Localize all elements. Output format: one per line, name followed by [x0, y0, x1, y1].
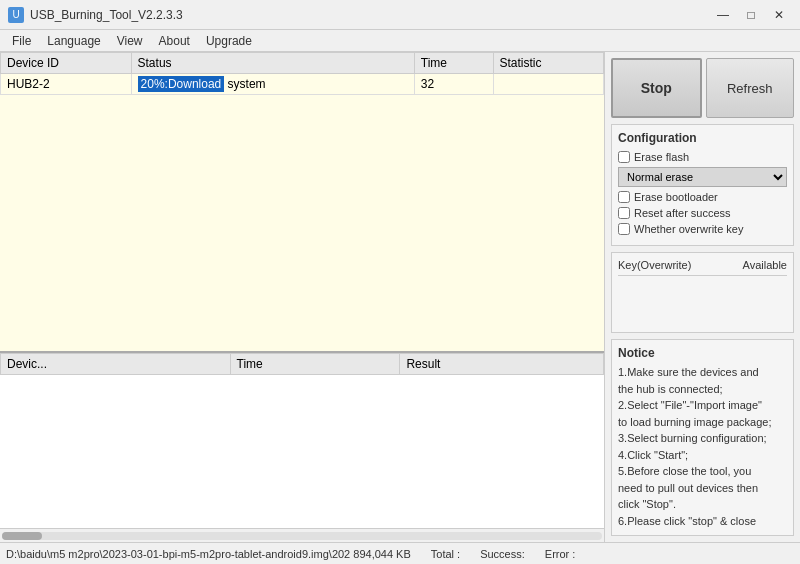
menu-view[interactable]: View [109, 32, 151, 50]
table-row: HUB2-2 20%:Download system 32 [1, 74, 604, 95]
erase-flash-row: Erase flash [618, 151, 787, 163]
title-bar-controls: — □ ✕ [710, 5, 792, 25]
right-panel: Stop Refresh Configuration Erase flash N… [605, 52, 800, 542]
horizontal-scrollbar[interactable] [0, 528, 604, 542]
action-buttons: Stop Refresh [611, 58, 794, 118]
erase-bootloader-row: Erase bootloader [618, 191, 787, 203]
col-statistic: Statistic [493, 53, 603, 74]
status-error: Error : [545, 548, 576, 560]
app-icon: U [8, 7, 24, 23]
scrollbar-thumb [2, 532, 42, 540]
stop-button[interactable]: Stop [611, 58, 702, 118]
reset-after-success-checkbox[interactable] [618, 207, 630, 219]
maximize-button[interactable]: □ [738, 5, 764, 25]
log-col-device: Devic... [1, 354, 231, 375]
key-section: Key(Overwrite) Available [611, 252, 794, 333]
minimize-button[interactable]: — [710, 5, 736, 25]
left-panel: Device ID Status Time Statistic HUB2-2 2… [0, 52, 605, 542]
scrollbar-track [2, 532, 602, 540]
status-success: Success: [480, 548, 525, 560]
title-bar-title: USB_Burning_Tool_V2.2.3.3 [30, 8, 183, 22]
notice-section: Notice 1.Make sure the devices and the h… [611, 339, 794, 536]
whether-overwrite-row: Whether overwrite key [618, 223, 787, 235]
col-status: Status [131, 53, 414, 74]
reset-after-success-row: Reset after success [618, 207, 787, 219]
log-col-result: Result [400, 354, 604, 375]
menu-bar: File Language View About Upgrade [0, 30, 800, 52]
cell-status: 20%:Download system [131, 74, 414, 95]
notice-text: 1.Make sure the devices and the hub is c… [618, 364, 787, 529]
erase-flash-checkbox[interactable] [618, 151, 630, 163]
menu-about[interactable]: About [151, 32, 198, 50]
log-table-container: Devic... Time Result [0, 352, 604, 528]
refresh-button[interactable]: Refresh [706, 58, 795, 118]
whether-overwrite-key-label: Whether overwrite key [634, 223, 743, 235]
cell-device-id: HUB2-2 [1, 74, 132, 95]
erase-mode-select[interactable]: Normal erase [618, 167, 787, 187]
configuration-section: Configuration Erase flash Normal erase E… [611, 124, 794, 246]
device-table-container: Device ID Status Time Statistic HUB2-2 2… [0, 52, 604, 352]
status-bar: D:\baidu\m5 m2pro\2023-03-01-bpi-m5-m2pr… [0, 542, 800, 564]
log-table: Devic... Time Result [0, 353, 604, 375]
cell-statistic [493, 74, 603, 95]
status-rest: system [224, 77, 265, 91]
status-highlight: 20%:Download [138, 76, 225, 92]
title-bar-left: U USB_Burning_Tool_V2.2.3.3 [8, 7, 183, 23]
key-available-label: Available [743, 259, 787, 271]
col-device-id: Device ID [1, 53, 132, 74]
notice-title: Notice [618, 346, 787, 360]
reset-after-success-label: Reset after success [634, 207, 731, 219]
log-col-time: Time [230, 354, 400, 375]
cell-time: 32 [414, 74, 493, 95]
config-title: Configuration [618, 131, 787, 145]
main-content: Device ID Status Time Statistic HUB2-2 2… [0, 52, 800, 542]
title-bar: U USB_Burning_Tool_V2.2.3.3 — □ ✕ [0, 0, 800, 30]
device-table: Device ID Status Time Statistic HUB2-2 2… [0, 52, 604, 95]
key-overwrite-label: Key(Overwrite) [618, 259, 691, 271]
erase-bootloader-checkbox[interactable] [618, 191, 630, 203]
whether-overwrite-key-checkbox[interactable] [618, 223, 630, 235]
erase-flash-label: Erase flash [634, 151, 689, 163]
status-total: Total : [431, 548, 460, 560]
menu-upgrade[interactable]: Upgrade [198, 32, 260, 50]
erase-bootloader-label: Erase bootloader [634, 191, 718, 203]
key-header: Key(Overwrite) Available [618, 259, 787, 276]
close-button[interactable]: ✕ [766, 5, 792, 25]
menu-file[interactable]: File [4, 32, 39, 50]
col-time: Time [414, 53, 493, 74]
menu-language[interactable]: Language [39, 32, 108, 50]
status-file-path: D:\baidu\m5 m2pro\2023-03-01-bpi-m5-m2pr… [6, 548, 411, 560]
